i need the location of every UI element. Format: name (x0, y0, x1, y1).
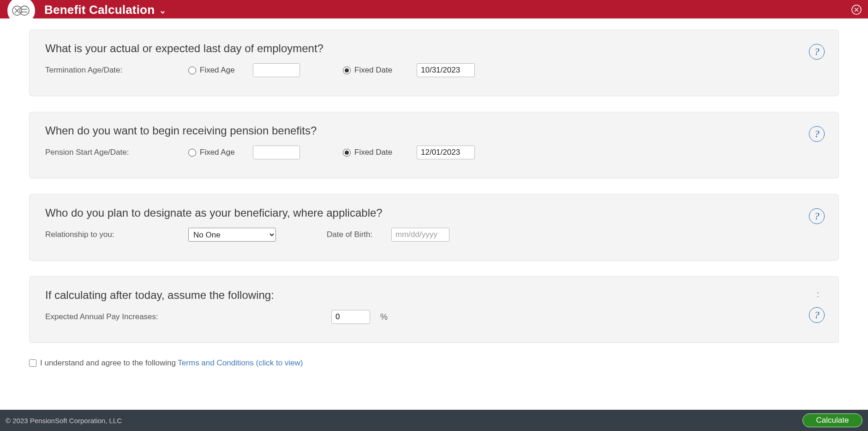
help-glyph: ? (814, 309, 820, 321)
relationship-select[interactable]: No One (188, 228, 276, 242)
dob-label: Date of Birth: (327, 230, 391, 239)
card-title: When do you want to begin receiving pens… (45, 124, 823, 137)
pension-start-label: Pension Start Age/Date: (45, 148, 188, 157)
help-icon[interactable]: ? (809, 126, 825, 142)
card-assumptions: If calculating after today, assume the f… (29, 276, 839, 343)
help-icon[interactable]: ? (809, 307, 825, 323)
card-title: What is your actual or expected last day… (45, 42, 823, 55)
fixed-age-input-wrap: ▲ ▼ (253, 146, 300, 159)
fixed-age-input[interactable] (253, 64, 300, 77)
radio-fixed-date[interactable] (343, 149, 351, 157)
close-button[interactable] (851, 5, 862, 15)
consent-row: I understand and agree to the following … (29, 358, 839, 368)
content-area: What is your actual or expected last day… (0, 18, 868, 410)
fixed-age-radio-wrap[interactable]: Fixed Age (188, 148, 253, 157)
card-beneficiary: Who do you plan to designate as your ben… (29, 194, 839, 261)
help-glyph: ? (814, 128, 820, 140)
pay-increase-input[interactable] (331, 310, 370, 324)
card-title: If calculating after today, assume the f… (45, 289, 823, 302)
help-glyph: ? (814, 46, 820, 58)
fixed-date-label: Fixed Date (354, 148, 392, 157)
row-beneficiary: Relationship to you: No One Date of Birt… (45, 228, 823, 242)
termination-date-input[interactable] (417, 63, 475, 77)
fixed-age-radio-wrap[interactable]: Fixed Age (188, 66, 253, 75)
more-icon[interactable]: : (817, 290, 820, 299)
fixed-date-label: Fixed Date (354, 66, 392, 75)
consent-checkbox[interactable] (29, 359, 36, 367)
radio-fixed-age[interactable] (188, 67, 196, 74)
relationship-label: Relationship to you: (45, 230, 188, 239)
row-termination: Termination Age/Date: Fixed Age ▲ ▼ (45, 63, 823, 77)
svg-point-3 (20, 6, 29, 15)
fixed-age-input[interactable] (253, 146, 300, 159)
fixed-age-label: Fixed Age (200, 66, 235, 75)
copyright-text: © 2023 PensionSoft Corporation, LLC (6, 417, 122, 425)
calc-variables-icon (12, 4, 30, 17)
radio-fixed-age[interactable] (188, 149, 196, 157)
pension-start-date-input[interactable] (417, 146, 475, 159)
beneficiary-dob-input[interactable] (391, 228, 449, 242)
row-pension-start: Pension Start Age/Date: Fixed Age ▲ ▼ (45, 146, 823, 159)
footer-bar: © 2023 PensionSoft Corporation, LLC Calc… (0, 410, 868, 431)
fixed-age-input-wrap: ▲ ▼ (253, 63, 300, 77)
card-pension-start: When do you want to begin receiving pens… (29, 112, 839, 178)
card-title: Who do you plan to designate as your ben… (45, 206, 823, 219)
chevron-down-icon: ⌄ (159, 6, 166, 16)
radio-fixed-date[interactable] (343, 67, 351, 74)
fixed-age-label: Fixed Age (200, 148, 235, 157)
consent-text: I understand and agree to the following (40, 358, 178, 367)
help-icon[interactable]: ? (809, 208, 825, 224)
help-glyph: ? (814, 210, 820, 222)
row-pay-increase: Expected Annual Pay Increases: % (45, 310, 823, 324)
page-title-text: Benefit Calculation (44, 3, 155, 17)
fixed-date-radio-wrap[interactable]: Fixed Date (343, 148, 417, 157)
terms-link[interactable]: Terms and Conditions (click to view) (178, 358, 303, 367)
help-icon[interactable]: ? (809, 44, 825, 60)
close-icon (851, 5, 862, 15)
card-termination: What is your actual or expected last day… (29, 30, 839, 96)
page-title[interactable]: Benefit Calculation ⌄ (44, 3, 166, 17)
termination-label: Termination Age/Date: (45, 66, 188, 75)
percent-symbol: % (377, 312, 391, 322)
header-bar: Benefit Calculation ⌄ (0, 1, 868, 18)
fixed-date-radio-wrap[interactable]: Fixed Date (343, 66, 417, 75)
pay-increase-label: Expected Annual Pay Increases: (45, 312, 331, 322)
calculate-button[interactable]: Calculate (802, 413, 862, 427)
